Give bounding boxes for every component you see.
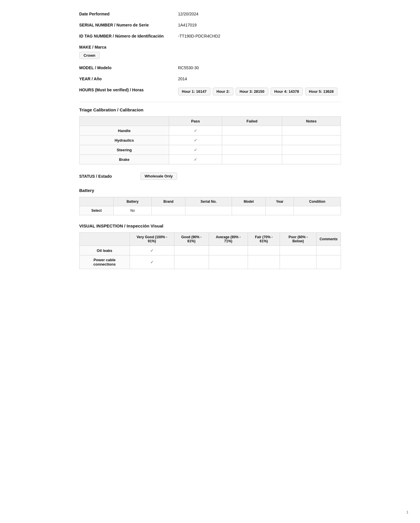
visual-col-poor: Poor (60% - Below) xyxy=(280,233,317,246)
battery-col-year: Year xyxy=(266,197,294,206)
table-row: Hydraulics ✓ xyxy=(79,136,341,145)
battery-col-brand: Brand xyxy=(151,197,185,206)
visual-row-average xyxy=(209,255,248,269)
triage-row-notes xyxy=(282,155,341,164)
visual-row-name: Oil leaks xyxy=(79,246,130,255)
triage-row-pass: ✓ xyxy=(169,126,222,136)
battery-row-name: Select xyxy=(79,206,114,215)
year-value: 2014 xyxy=(178,77,187,81)
triage-row-pass: ✓ xyxy=(169,145,222,155)
triage-row-name: Handle xyxy=(79,126,169,136)
triage-section: Triage Calibration / Calibracion Pass Fa… xyxy=(79,107,341,164)
serial-number-label: SERIAL NUMBER / Numero de Serie xyxy=(79,23,178,27)
make-badge: Crown xyxy=(79,52,100,59)
triage-row-notes xyxy=(282,136,341,145)
id-tag-value: -TT190D-PDCR4CHD2 xyxy=(178,34,220,38)
hour-badge: Hour 1: 16147 xyxy=(178,88,210,95)
model-value: RC5530-30 xyxy=(178,65,199,70)
status-badge: Wholesale Only xyxy=(140,172,177,180)
visual-col-fair: Fair (70% - 61%) xyxy=(248,233,280,246)
triage-row-failed xyxy=(222,155,282,164)
date-performed-value: 12/20/2024 xyxy=(178,12,199,16)
year-row: YEAR / Año 2014 xyxy=(79,77,341,81)
triage-row-failed xyxy=(222,136,282,145)
battery-section: Battery Battery Brand Serial No. Model Y… xyxy=(79,188,341,215)
hours-label: HOURS (Must be verified) / Horas xyxy=(79,88,178,92)
battery-row-model xyxy=(232,206,266,215)
battery-row-condition xyxy=(294,206,341,215)
visual-row-very-good: ✓ xyxy=(130,255,174,269)
table-row: Brake ✓ xyxy=(79,155,341,164)
visual-col-very-good: Very Good (100% - 91%) xyxy=(130,233,174,246)
visual-row-fair xyxy=(248,246,280,255)
year-label: YEAR / Año xyxy=(79,77,178,81)
triage-col-notes: Notes xyxy=(282,117,341,126)
visual-row-good xyxy=(174,255,209,269)
table-row: Handle ✓ xyxy=(79,126,341,136)
triage-row-pass: ✓ xyxy=(169,136,222,145)
table-row: Select No xyxy=(79,206,341,215)
make-block: MAKE / Marca Crown xyxy=(79,45,341,59)
visual-col-good: Good (90% - 81%) xyxy=(174,233,209,246)
hours-container: Hour 1: 16147Hour 2:Hour 3: 28150Hour 4:… xyxy=(178,88,338,95)
table-row: Oil leaks ✓ xyxy=(79,246,341,255)
triage-col-failed: Failed xyxy=(222,117,282,126)
triage-row-notes xyxy=(282,145,341,155)
model-label: MODEL / Modelo xyxy=(79,65,178,70)
battery-title: Battery xyxy=(79,188,341,193)
status-row: STATUS / Estado Wholesale Only xyxy=(79,172,341,180)
triage-row-name: Hydraulics xyxy=(79,136,169,145)
visual-inspection-section: VISUAL INSPECTION / Inspección Visual Ve… xyxy=(79,223,341,269)
visual-row-comments xyxy=(317,246,341,255)
hour-badge: Hour 5: 13628 xyxy=(305,88,337,95)
battery-col-model: Model xyxy=(232,197,266,206)
triage-table: Pass Failed Notes Handle ✓ Hydraulics ✓ … xyxy=(79,116,341,164)
id-tag-label: ID TAG NUMBER / Número de Identificación xyxy=(79,34,178,38)
visual-row-good xyxy=(174,246,209,255)
visual-row-average xyxy=(209,246,248,255)
battery-table: Battery Brand Serial No. Model Year Cond… xyxy=(79,197,341,215)
make-label: MAKE / Marca xyxy=(79,45,341,49)
triage-col-pass: Pass xyxy=(169,117,222,126)
triage-row-failed xyxy=(222,145,282,155)
visual-row-comments xyxy=(317,255,341,269)
triage-row-notes xyxy=(282,126,341,136)
hour-badge: Hour 3: 28150 xyxy=(236,88,268,95)
visual-col-comments: Comments xyxy=(317,233,341,246)
serial-number-value: 1A417019 xyxy=(178,23,197,27)
hour-badge: Hour 2: xyxy=(213,88,234,95)
battery-row-brand xyxy=(151,206,185,215)
visual-row-poor xyxy=(280,255,317,269)
battery-row-serial xyxy=(185,206,232,215)
table-row: Power cable connections ✓ xyxy=(79,255,341,269)
battery-row-year xyxy=(266,206,294,215)
visual-inspection-table: Very Good (100% - 91%) Good (90% - 81%) … xyxy=(79,232,341,269)
hours-row: HOURS (Must be verified) / Horas Hour 1:… xyxy=(79,88,341,95)
visual-row-very-good: ✓ xyxy=(130,246,174,255)
battery-col-condition: Condition xyxy=(294,197,341,206)
visual-row-poor xyxy=(280,246,317,255)
battery-col-serial: Serial No. xyxy=(185,197,232,206)
visual-inspection-title: VISUAL INSPECTION / Inspección Visual xyxy=(79,223,341,228)
battery-col-empty xyxy=(79,197,114,206)
triage-row-failed xyxy=(222,126,282,136)
date-performed-label: Date Performed xyxy=(79,12,178,16)
id-tag-row: ID TAG NUMBER / Número de Identificación… xyxy=(79,34,341,38)
triage-row-name: Brake xyxy=(79,155,169,164)
table-row: Steering ✓ xyxy=(79,145,341,155)
date-performed-row: Date Performed 12/20/2024 xyxy=(79,12,341,16)
visual-col-average: Average (80% - 71%) xyxy=(209,233,248,246)
triage-row-name: Steering xyxy=(79,145,169,155)
battery-col-battery: Battery xyxy=(114,197,151,206)
status-label: STATUS / Estado xyxy=(79,174,132,179)
visual-row-name: Power cable connections xyxy=(79,255,130,269)
model-row: MODEL / Modelo RC5530-30 xyxy=(79,65,341,70)
triage-row-pass: ✓ xyxy=(169,155,222,164)
triage-title: Triage Calibration / Calibracion xyxy=(79,107,341,112)
visual-row-fair xyxy=(248,255,280,269)
hour-badge: Hour 4: 14378 xyxy=(271,88,303,95)
serial-number-row: SERIAL NUMBER / Numero de Serie 1A417019 xyxy=(79,23,341,27)
battery-row-battery: No xyxy=(114,206,151,215)
visual-col-empty xyxy=(79,233,130,246)
triage-col-empty xyxy=(79,117,169,126)
